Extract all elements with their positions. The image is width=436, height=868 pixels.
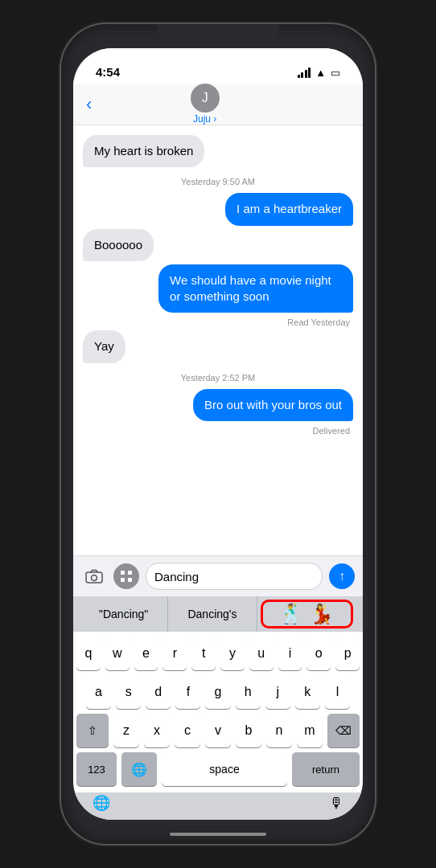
key-shift[interactable]: ⇧	[76, 714, 109, 747]
key-return[interactable]: return	[292, 752, 360, 786]
key-o[interactable]: o	[306, 637, 331, 670]
bubble-outgoing-1: I am a heartbreaker	[225, 193, 353, 225]
globe-icon[interactable]: 🌐	[93, 794, 110, 812]
key-g[interactable]: g	[205, 675, 230, 709]
key-q[interactable]: q	[76, 637, 101, 670]
message-input[interactable]: Dancing	[146, 563, 323, 590]
notch	[158, 24, 278, 48]
autocorrect-emoji-group[interactable]: 🕺 💃	[261, 600, 353, 628]
bubble-incoming-2: Boooooo	[83, 229, 154, 261]
contact-name: Juju ›	[193, 113, 216, 125]
messages-area: My heart is broken Yesterday 9:50 AM I a…	[73, 125, 363, 555]
key-r[interactable]: r	[162, 637, 187, 670]
autocorrect-item-1[interactable]: "Dancing"	[80, 596, 168, 632]
key-u[interactable]: u	[249, 637, 274, 670]
bubble-incoming-3: Yay	[83, 330, 125, 362]
timestamp-2: Yesterday 2:52 PM	[83, 373, 353, 383]
key-a[interactable]: a	[86, 675, 111, 709]
key-f[interactable]: f	[175, 675, 200, 709]
delivered-receipt: Delivered	[83, 426, 353, 436]
key-z[interactable]: z	[113, 714, 139, 747]
mic-icon[interactable]: 🎙	[329, 795, 343, 812]
key-w[interactable]: w	[105, 637, 130, 670]
battery-icon: ▭	[331, 67, 340, 79]
key-l[interactable]: l	[325, 675, 350, 709]
key-v[interactable]: v	[205, 714, 231, 747]
key-p[interactable]: p	[335, 637, 360, 670]
svg-rect-4	[121, 578, 125, 582]
key-m[interactable]: m	[297, 714, 323, 747]
status-bar: 4:54 ▲ ▭	[73, 48, 363, 84]
send-icon: ↑	[339, 569, 345, 583]
bubble-outgoing-3: Bro out with your bros out	[193, 389, 353, 421]
status-icons: ▲ ▭	[298, 67, 340, 79]
send-button[interactable]: ↑	[329, 563, 355, 589]
key-space[interactable]: space	[162, 752, 287, 786]
key-c[interactable]: c	[175, 714, 200, 747]
camera-button[interactable]	[81, 563, 107, 589]
bottom-bar: 🌐 🎙	[73, 792, 363, 820]
input-area: Dancing ↑	[73, 555, 363, 596]
back-button[interactable]: ‹	[86, 94, 92, 115]
key-j[interactable]: j	[265, 675, 290, 709]
home-indicator	[170, 833, 266, 836]
status-time: 4:54	[96, 65, 120, 79]
keyboard-row-1: q w e r t y u i o p	[73, 632, 363, 670]
key-y[interactable]: y	[220, 637, 245, 670]
signal-icon	[298, 68, 311, 78]
timestamp-1: Yesterday 9:50 AM	[83, 177, 353, 186]
svg-point-1	[92, 575, 97, 581]
keyboard-row-2: a s d f g h j k l	[73, 670, 363, 709]
key-x[interactable]: x	[144, 714, 170, 747]
key-s[interactable]: s	[116, 675, 141, 709]
message-row-5: Yay	[83, 330, 353, 362]
message-row-4: We should have a movie night or somethin…	[83, 264, 353, 313]
key-e[interactable]: e	[134, 637, 158, 670]
emoji-dancer-male[interactable]: 🕺	[279, 603, 303, 625]
key-i[interactable]: i	[278, 637, 302, 670]
svg-rect-3	[128, 571, 132, 575]
key-k[interactable]: k	[295, 675, 320, 709]
wifi-icon: ▲	[315, 67, 326, 79]
bubble-incoming-1: My heart is broken	[83, 135, 204, 167]
keyboard-row-3: ⇧ z x c v b n m ⌫	[73, 709, 363, 747]
message-row-1: My heart is broken	[83, 135, 353, 167]
svg-rect-2	[121, 571, 125, 575]
emoji-dancer-female[interactable]: 💃	[310, 603, 334, 625]
key-t[interactable]: t	[191, 637, 216, 670]
message-row-3: Boooooo	[83, 229, 353, 261]
autocorrect-bar: "Dancing" Dancing's 🕺 💃	[73, 596, 363, 632]
message-row-6: Bro out with your bros out	[83, 389, 353, 421]
key-n[interactable]: n	[266, 714, 292, 747]
keyboard-row-4: 123 🌐 space return	[73, 747, 363, 792]
key-123[interactable]: 123	[76, 752, 117, 786]
phone-screen: 4:54 ▲ ▭ ‹ J Juju ›	[73, 48, 363, 820]
key-b[interactable]: b	[236, 714, 261, 747]
input-text: Dancing	[154, 570, 199, 583]
key-globe[interactable]: 🌐	[121, 752, 157, 786]
phone-frame: 4:54 ▲ ▭ ‹ J Juju ›	[61, 24, 375, 844]
key-delete[interactable]: ⌫	[327, 714, 360, 747]
autocorrect-item-2[interactable]: Dancing's	[168, 596, 257, 632]
svg-rect-5	[128, 578, 132, 582]
nav-bar: ‹ J Juju ›	[73, 84, 363, 125]
bubble-outgoing-2: We should have a movie night or somethin…	[158, 264, 353, 313]
avatar: J	[191, 84, 220, 113]
message-row-2: I am a heartbreaker	[83, 193, 353, 225]
read-receipt: Read Yesterday	[83, 317, 353, 327]
key-h[interactable]: h	[236, 675, 261, 709]
apps-button[interactable]	[113, 563, 139, 589]
contact-info[interactable]: J Juju ›	[191, 84, 220, 125]
key-d[interactable]: d	[146, 675, 171, 709]
